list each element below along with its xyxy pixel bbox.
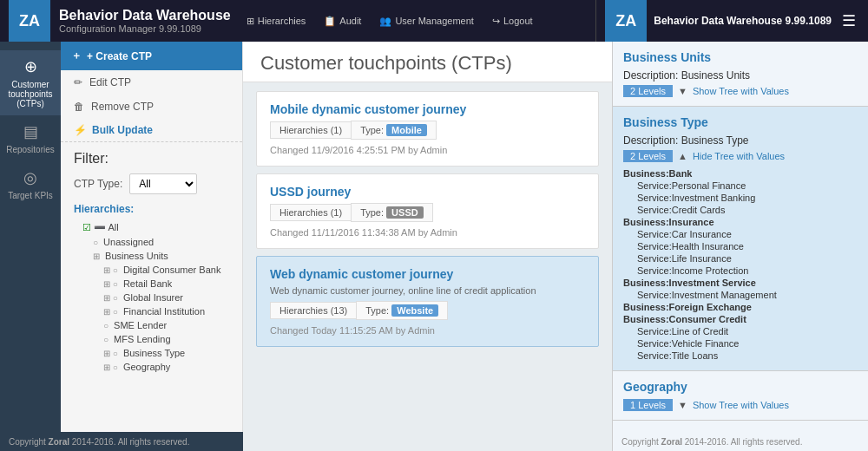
tree-personal-finance: Service:Personal Finance [623,180,858,192]
right-panel: Business Units Description: Business Uni… [612,42,868,432]
ctp-card-3-type: Type: Website [356,301,448,320]
page-title: Customer touchpoints (CTPs) [243,42,612,82]
sidebar-item-repositories[interactable]: ▤ Repositories [0,115,61,161]
remove-ctp-button[interactable]: 🗑 Remove CTP [61,95,242,119]
tree-business-type[interactable]: ⊞ ○ Business Type [74,346,229,360]
bulk-update-label: Bulk Update [92,124,153,136]
app-subtitle: Configuration Manager 9.99.1089 [59,23,231,34]
tree-digital-consumer-bank[interactable]: ⊞ ○ Digital Consumer Bank [74,263,229,277]
sidebar-item-ctps[interactable]: ⊕ Customer touchpoints (CTPs) [0,50,61,115]
nav-logout[interactable]: ↪ Logout [485,12,540,30]
tree-financial-institution[interactable]: ⊞ ○ Financial Institution [74,304,229,318]
tree-income-protection: Service:Income Protection [623,265,858,277]
ctp-card-3-changed: Changed Today 11:15:25 AM by Admin [270,325,585,336]
tree-insurance: Business:Insurance [623,216,858,228]
lightning-icon: ⚡ [74,124,87,136]
ctp-card-3-type-badge: Website [391,304,438,317]
ctp-card-1-hierarchies[interactable]: Hierarchies (1) [270,121,351,139]
nav-hierarchies[interactable]: ⊞ Hierarchies [240,12,313,30]
footer-left: Copyright Zoral 2014-2016. All rights re… [0,432,243,451]
tree-mfs-lending[interactable]: ○ MFS Lending [74,332,229,346]
tree-unassigned[interactable]: ○ Unassigned [74,235,229,249]
target-kpis-icon: ◎ [23,168,37,187]
ctp-card-3-desc: Web dynamic customer journey, online lin… [270,285,585,296]
footer: Copyright Zoral 2014-2016. All rights re… [0,432,868,451]
tree-title-loans: Service:Title Loans [623,350,858,362]
sidebar-item-target-kpis[interactable]: ◎ Target KPIs [0,161,61,207]
geography-levels-badge: 1 Levels [623,399,673,411]
ctp-card-2-title[interactable]: USSD journey [270,185,585,199]
footer-left-text: Copyright Zoral 2014-2016. All rights re… [9,437,189,447]
tree-foreign-exchange: Business:Foreign Exchange [623,301,858,313]
business-type-tree: Business:Bank Service:Personal Finance S… [623,167,858,362]
ctp-card-3[interactable]: Web dynamic customer journey Web dynamic… [256,256,599,347]
ctp-card-3-title[interactable]: Web dynamic customer journey [270,267,585,281]
hamburger-menu[interactable]: ☰ [838,8,859,34]
nav-audit[interactable]: 📋 Audit [317,12,368,30]
repositories-icon: ▤ [23,122,38,141]
app-title: Behavior Data Warehouse [59,8,231,23]
ctp-type-select[interactable]: All Mobile USSD Website [129,173,197,194]
check-icon: ☑ [82,222,91,232]
filter-section: Filter: CTP Type: All Mobile USSD Websit… [61,142,242,382]
plus-icon-bu: ⊞ [93,252,100,261]
tree-all[interactable]: ☑➖ All [74,220,229,235]
ctp-card-1-type-badge: Mobile [386,124,427,136]
tree-global-insurer[interactable]: ⊞ ○ Global Insurer [74,291,229,304]
header-nav: ⊞ Hierarchies 📋 Audit 👥 User Management … [240,12,540,30]
bulk-update-button[interactable]: ⚡ Bulk Update [61,119,242,142]
content-sidebar: ＋ + Create CTP ✏ Edit CTP 🗑 Remove CTP ⚡… [61,42,243,432]
header-left: ZA Behavior Data Warehouse Configuration… [9,0,595,42]
right-section-business-units: Business Units Description: Business Uni… [613,42,868,107]
right-title: Behavior Data Warehouse 9.99.1089 [654,15,832,27]
ctp-card-2-hierarchies[interactable]: Hierarchies (1) [270,204,351,221]
plus-circle-icon-bt: ⊞ ○ [103,349,118,358]
create-ctp-button[interactable]: ＋ + Create CTP [61,42,242,70]
business-type-levels-badge: 2 Levels [623,150,673,162]
trash-icon: 🗑 [74,101,84,113]
edit-ctp-button[interactable]: ✏ Edit CTP [61,70,242,95]
geography-tree-link[interactable]: Show Tree with Values [693,400,789,410]
business-type-tree-link[interactable]: Hide Tree with Values [693,151,785,161]
plus-circle-icon-gi: ⊞ ○ [103,293,118,303]
tree-investment-management: Service:Investment Management [623,289,858,301]
ctp-card-2-changed: Changed 11/11/2016 11:34:38 AM by Admin [270,227,585,238]
sidebar-item-ctps-label: Customer touchpoints (CTPs) [4,80,56,108]
header-right: ZA Behavior Data Warehouse 9.99.1089 ☰ [595,0,859,42]
footer-right-text: Copyright Zoral 2014-2016. All rights re… [621,437,802,447]
ctp-card-1[interactable]: Mobile dynamic customer journey Hierarch… [256,91,599,167]
ctp-card-1-meta: Hierarchies (1) Type: Mobile [270,121,585,140]
tree-investment-service: Business:Investment Service [623,277,858,289]
ctp-card-1-type: Type: Mobile [351,121,437,140]
tree-car-insurance: Service:Car Insurance [623,228,858,240]
tree-credit-cards: Service:Credit Cards [623,204,858,216]
ctp-card-1-changed: Changed 11/9/2016 4:25:51 PM by Admin [270,145,585,155]
show-tree-icon: ▼ [678,86,687,96]
ctp-card-3-hierarchies[interactable]: Hierarchies (13) [270,302,356,319]
business-type-meta: 2 Levels ▲ Hide Tree with Values [623,150,858,162]
main-layout: ⊕ Customer touchpoints (CTPs) ▤ Reposito… [0,42,868,432]
ctp-card-2-type-badge: USSD [386,206,424,219]
filter-title: Filter: [74,151,229,167]
circle-icon-mfs: ○ [103,335,108,344]
footer-center [243,432,612,451]
tree-geography[interactable]: ⊞ ○ Geography [74,360,229,374]
tree-consumer-credit: Business:Consumer Credit [623,313,858,325]
tree-retail-bank[interactable]: ⊞ ○ Retail Bank [74,277,229,291]
tree-business-units[interactable]: ⊞ Business Units [74,249,229,263]
tree-sme-lender[interactable]: ○ SME Lender [74,318,229,332]
ctp-card-1-title[interactable]: Mobile dynamic customer journey [270,102,585,116]
ctp-card-2[interactable]: USSD journey Hierarchies (1) Type: USSD … [256,173,599,249]
ctp-type-label: CTP Type: [74,178,122,190]
tree-health-insurance: Service:Health Insurance [623,240,858,252]
remove-ctp-label: Remove CTP [91,101,154,113]
tree-life-insurance: Service:Life Insurance [623,252,858,265]
business-units-title: Business Units [623,50,858,64]
business-units-tree-link[interactable]: Show Tree with Values [693,86,789,96]
nav-user-management[interactable]: 👥 User Management [372,12,481,30]
ctp-type-filter: CTP Type: All Mobile USSD Website [74,173,229,194]
app-header: ZA Behavior Data Warehouse Configuration… [0,0,868,42]
create-ctp-label: + Create CTP [87,50,152,62]
business-units-desc: Description: Business Units [623,69,858,82]
plus-circle-icon-geo: ⊞ ○ [103,363,118,372]
